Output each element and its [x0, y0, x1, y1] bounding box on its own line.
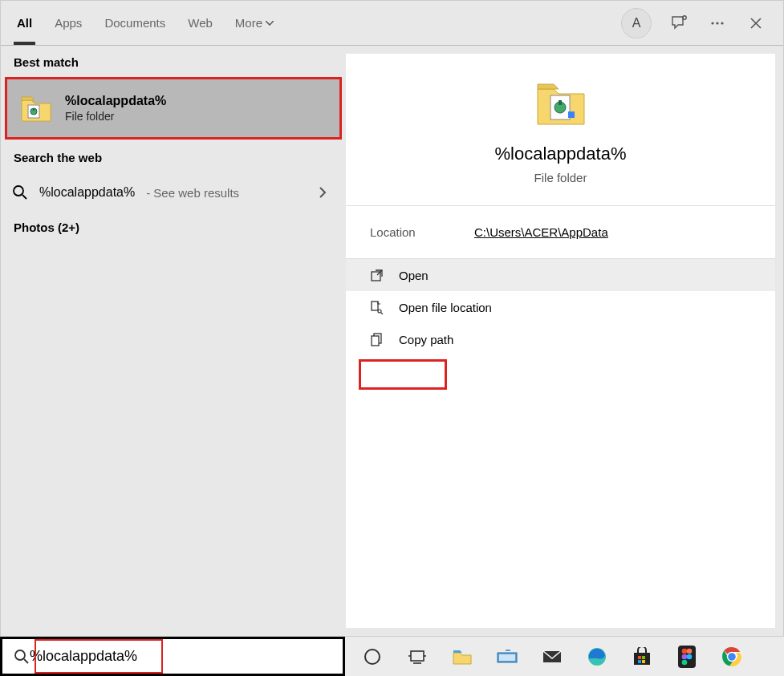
svg-point-15: [378, 310, 381, 313]
results-column: Best match %localappdata% File folder Se…: [1, 46, 346, 636]
action-copy-path[interactable]: Copy path: [346, 323, 775, 355]
svg-point-3: [721, 22, 723, 24]
windows-search-panel: All Apps Documents Web More A: [0, 0, 784, 637]
svg-rect-18: [372, 336, 379, 346]
folder-icon: [20, 94, 52, 123]
location-row: Location C:\Users\ACER\AppData: [346, 206, 775, 259]
svg-rect-35: [638, 660, 641, 663]
folder-location-icon: [370, 300, 384, 314]
task-view-icon[interactable]: [406, 646, 429, 668]
svg-rect-6: [33, 108, 35, 111]
location-label: Location: [370, 225, 474, 239]
svg-point-42: [682, 659, 688, 665]
open-icon: [370, 268, 384, 282]
svg-rect-14: [372, 302, 378, 310]
svg-rect-22: [411, 651, 424, 661]
more-options-icon[interactable]: [706, 12, 729, 34]
copy-path-icon: [370, 332, 384, 346]
svg-rect-27: [499, 654, 515, 661]
tab-more[interactable]: More: [235, 1, 274, 45]
svg-line-8: [22, 195, 26, 199]
keyboard-icon[interactable]: [496, 646, 518, 668]
chevron-right-icon: [319, 186, 327, 199]
avatar[interactable]: A: [621, 8, 652, 38]
annotation-highlight-open: [359, 359, 447, 390]
details-title: %localappdata%: [495, 144, 627, 164]
svg-point-39: [687, 648, 693, 654]
details-subtitle: File folder: [534, 171, 587, 184]
web-search-result[interactable]: %localappdata% - See web results: [1, 172, 346, 213]
mail-icon[interactable]: [541, 646, 563, 668]
web-hint-text: - See web results: [146, 186, 239, 200]
svg-rect-36: [642, 660, 645, 663]
edge-icon[interactable]: [586, 646, 608, 668]
location-path[interactable]: C:\Users\ACER\AppData: [474, 225, 608, 239]
tabs-bar: All Apps Documents Web More A: [1, 1, 783, 46]
svg-rect-34: [642, 656, 645, 659]
tab-more-label: More: [235, 16, 262, 30]
tab-all[interactable]: All: [17, 1, 32, 45]
svg-rect-12: [568, 111, 575, 118]
folder-icon: [534, 54, 587, 129]
details-header: %localappdata% File folder: [346, 54, 775, 206]
best-match-title: %localappdata%: [65, 94, 166, 108]
svg-point-0: [683, 15, 686, 18]
search-box[interactable]: [0, 637, 345, 676]
details-column: %localappdata% File folder Location C:\U…: [346, 54, 775, 628]
svg-rect-11: [559, 100, 562, 105]
svg-line-16: [381, 313, 383, 314]
search-body: Best match %localappdata% File folder Se…: [1, 46, 783, 636]
svg-point-40: [682, 654, 688, 659]
bottom-bar: [0, 637, 784, 676]
heading-best-match: Best match: [1, 46, 346, 77]
file-explorer-icon[interactable]: [451, 646, 473, 668]
search-input[interactable]: [30, 639, 343, 674]
tab-documents[interactable]: Documents: [104, 1, 165, 45]
tab-apps[interactable]: Apps: [55, 1, 82, 45]
action-open-file-location[interactable]: Open file location: [346, 291, 775, 323]
svg-point-41: [687, 654, 693, 659]
best-match-subtitle: File folder: [65, 110, 166, 123]
store-icon[interactable]: [631, 646, 653, 668]
action-open-label: Open: [399, 269, 429, 282]
action-open-loc-label: Open file location: [399, 301, 492, 314]
svg-point-2: [716, 22, 718, 24]
chrome-icon[interactable]: [721, 646, 743, 668]
heading-search-web: Search the web: [1, 141, 346, 172]
search-icon: [12, 184, 28, 200]
search-icon: [14, 649, 30, 665]
heading-photos[interactable]: Photos (2+): [1, 213, 346, 242]
svg-point-19: [15, 650, 25, 660]
tabs-right: A: [621, 8, 767, 38]
action-copy-path-label: Copy path: [399, 333, 453, 346]
svg-point-7: [14, 186, 23, 196]
action-open[interactable]: Open: [346, 259, 775, 291]
tab-web[interactable]: Web: [188, 1, 213, 45]
taskbar: [345, 637, 784, 676]
svg-point-38: [682, 648, 688, 654]
feedback-icon[interactable]: [668, 12, 690, 34]
svg-rect-33: [638, 656, 641, 659]
figma-icon[interactable]: [676, 646, 698, 668]
svg-point-1: [711, 22, 713, 24]
web-query-text: %localappdata%: [39, 185, 135, 200]
cortana-icon[interactable]: [361, 646, 384, 668]
close-icon[interactable]: [745, 12, 767, 34]
svg-point-21: [365, 650, 380, 664]
best-match-text: %localappdata% File folder: [65, 94, 166, 123]
chevron-down-icon: [266, 21, 274, 26]
best-match-result[interactable]: %localappdata% File folder: [5, 77, 342, 140]
svg-line-20: [24, 659, 28, 663]
tabs-left: All Apps Documents Web More: [17, 1, 274, 45]
